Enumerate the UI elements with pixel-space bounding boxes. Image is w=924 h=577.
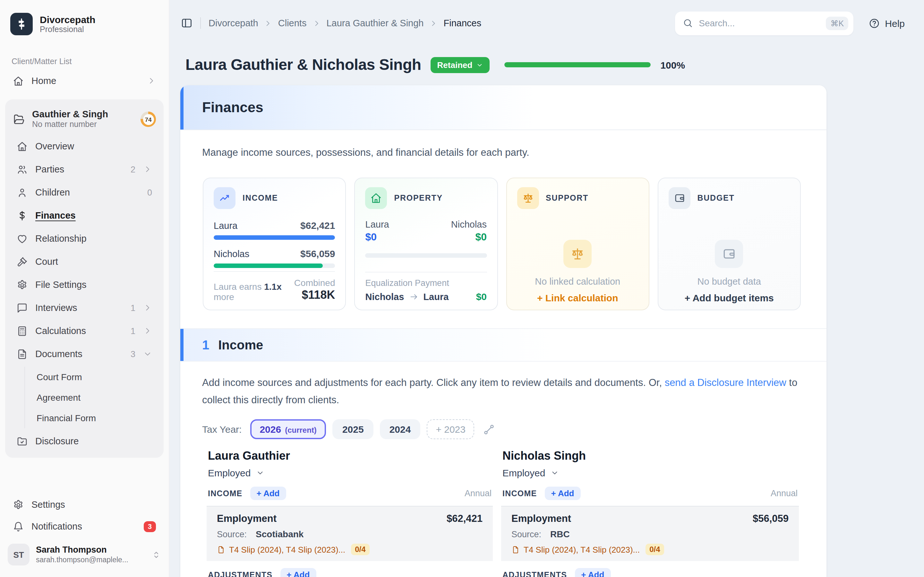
tax-year-2025-button[interactable]: 2025 xyxy=(333,420,373,440)
party-column-nicholas: Nicholas Singh Employed INCOME + Add Ann… xyxy=(501,450,799,577)
employment-status-dropdown[interactable]: Employed xyxy=(207,468,493,479)
sidebar-item-financial-form[interactable]: Financial Form xyxy=(25,408,164,428)
add-adjustment-button[interactable]: + Add xyxy=(280,568,316,577)
user-icon xyxy=(17,187,27,198)
sidebar-item-home[interactable]: Home xyxy=(5,70,164,92)
progress-percent: 100% xyxy=(660,59,685,70)
user-email: sarah.thompson@maplele... xyxy=(36,555,128,564)
equalization-to: Laura xyxy=(423,292,449,301)
property-chip xyxy=(365,187,387,209)
budget-card[interactable]: BUDGET No budget data + Add budget items xyxy=(658,177,801,310)
income-section-description: Add income sources and adjustments for e… xyxy=(202,374,804,409)
budget-empty-text: No budget data xyxy=(698,276,761,287)
client-name: Gauthier & Singh xyxy=(32,109,108,120)
chevron-right-icon xyxy=(147,76,156,85)
employment-status-dropdown[interactable]: Employed xyxy=(501,468,799,479)
documents-sub-menu: Court FormAgreementFinancial Form xyxy=(24,367,164,428)
income-row-name: Laura xyxy=(214,221,237,231)
income-chip xyxy=(214,187,236,209)
card-label: BUDGET xyxy=(698,193,735,203)
sidebar-item-finances[interactable]: Finances xyxy=(9,204,160,227)
source-value: RBC xyxy=(550,529,570,540)
sidebar-toggle-icon[interactable] xyxy=(181,17,192,29)
client-progress-ring: 74 xyxy=(141,111,156,127)
add-budget-items-button[interactable]: + Add budget items xyxy=(685,292,774,303)
finances-description: Manage income sources, possessions, and … xyxy=(202,147,804,158)
compare-years-icon[interactable] xyxy=(483,424,495,435)
sidebar-item-calculations[interactable]: Calculations1 xyxy=(9,319,160,342)
divorcepath-logo-icon xyxy=(10,13,33,35)
sidebar-item-documents[interactable]: Documents3 xyxy=(9,342,160,366)
income-bar-fill xyxy=(214,263,323,268)
scale-icon xyxy=(570,247,585,261)
breadcrumb-divorcepath[interactable]: Divorcepath xyxy=(208,18,258,28)
count-badge: 1 xyxy=(131,326,136,335)
sidebar-item-overview[interactable]: Overview xyxy=(9,135,160,158)
status-badge[interactable]: Retained xyxy=(431,57,490,73)
app-plan: Professional xyxy=(40,25,95,34)
support-card[interactable]: SUPPORT No linked calculation + Link cal… xyxy=(506,177,649,310)
documents-line[interactable]: T4 Slip (2024), T4 Slip (2023)... 0/4 xyxy=(217,544,483,556)
folder-open-icon xyxy=(13,113,24,125)
gavel-icon xyxy=(17,256,27,267)
sidebar-item-notifications[interactable]: Notifications 3 xyxy=(5,516,164,537)
income-entry-row[interactable]: Employment $62,421 Source: Scotiabank T4… xyxy=(207,506,493,561)
search-placeholder: Search... xyxy=(699,18,820,28)
add-tax-year-button[interactable]: + 2023 xyxy=(427,420,475,440)
chat-icon xyxy=(17,302,27,313)
tax-year-2024-button[interactable]: 2024 xyxy=(380,420,421,440)
sidebar-item-court-form[interactable]: Court Form xyxy=(25,367,164,387)
sidebar-item-file-settings[interactable]: File Settings xyxy=(9,273,160,296)
file-icon xyxy=(217,546,225,554)
chevron-right-icon xyxy=(264,19,272,27)
sidebar-item-relationship[interactable]: Relationship xyxy=(9,227,160,250)
client-menu: OverviewParties2Children0FinancesRelatio… xyxy=(5,135,164,453)
sidebar-client-header[interactable]: Gauthier & Singh No matter number 74 xyxy=(5,103,164,135)
sidebar-item-court[interactable]: Court xyxy=(9,250,160,273)
income-ratio-note: Laura earns 1.1x more xyxy=(214,282,294,302)
sidebar-item-label: Settings xyxy=(31,500,65,510)
equalization-from: Nicholas xyxy=(365,292,404,301)
user-menu[interactable]: ST Sarah Thompson sarah.thompson@maplele… xyxy=(8,544,161,566)
sidebar-item-interviews[interactable]: Interviews1 xyxy=(9,296,160,319)
progress-fill xyxy=(504,62,651,67)
sidebar-item-children[interactable]: Children0 xyxy=(9,181,160,204)
chevrons-up-down-icon xyxy=(152,550,161,559)
documents-list: T4 Slip (2024), T4 Slip (2023)... xyxy=(523,545,640,554)
income-entry-row[interactable]: Employment $56,059 Source: RBC T4 Slip (… xyxy=(501,506,799,561)
home-icon xyxy=(17,141,27,152)
income-card[interactable]: INCOME Laura$62,421 Nicholas$56,059 Laur… xyxy=(203,177,346,310)
add-adjustment-button[interactable]: + Add xyxy=(575,568,611,577)
wallet-icon xyxy=(674,192,685,204)
send-disclosure-interview-link[interactable]: send a Disclosure Interview xyxy=(665,377,787,388)
folder-check-icon xyxy=(17,436,27,446)
adjustments-header: ADJUSTMENTS + Add xyxy=(207,568,493,577)
documents-line[interactable]: T4 Slip (2024), T4 Slip (2023)... 0/4 xyxy=(511,544,788,556)
breadcrumb-clients[interactable]: Clients xyxy=(278,18,307,28)
arrow-right-icon xyxy=(409,292,418,301)
income-amount: $56,059 xyxy=(753,513,788,525)
budget-empty-chip xyxy=(715,240,743,268)
add-income-button[interactable]: + Add xyxy=(250,487,286,500)
property-card[interactable]: PROPERTY LauraNicholas $0$0 Equalization… xyxy=(355,177,498,310)
add-income-button[interactable]: + Add xyxy=(545,487,581,500)
app-logo[interactable]: Divorcepath Professional xyxy=(10,13,158,35)
documents-count-badge: 0/4 xyxy=(646,544,664,556)
chevron-down-icon xyxy=(550,469,559,477)
help-button[interactable]: Help xyxy=(869,18,905,29)
breadcrumb-laura-gauthier-singh[interactable]: Laura Gauthier & Singh xyxy=(326,18,423,28)
sidebar-item-disclosure[interactable]: Disclosure xyxy=(9,430,160,453)
sidebar-item-parties[interactable]: Parties2 xyxy=(9,158,160,181)
sidebar-item-settings[interactable]: Settings xyxy=(5,494,164,516)
breadcrumb-finances[interactable]: Finances xyxy=(444,18,481,28)
page-header: Laura Gauthier & Nicholas Singh Retained… xyxy=(170,40,924,74)
finances-title: Finances xyxy=(202,99,263,116)
calculator-icon xyxy=(17,326,27,336)
main-area: DivorcepathClientsLaura Gauthier & Singh… xyxy=(170,0,924,577)
equalization-label: Equalization Payment xyxy=(365,278,487,288)
search-input[interactable]: Search... ⌘K xyxy=(675,11,853,35)
tax-year-2026-button[interactable]: 2026(current) xyxy=(250,420,326,440)
app-name: Divorcepath xyxy=(40,14,95,25)
sidebar-item-agreement[interactable]: Agreement xyxy=(25,387,164,408)
link-calculation-button[interactable]: + Link calculation xyxy=(537,292,618,303)
